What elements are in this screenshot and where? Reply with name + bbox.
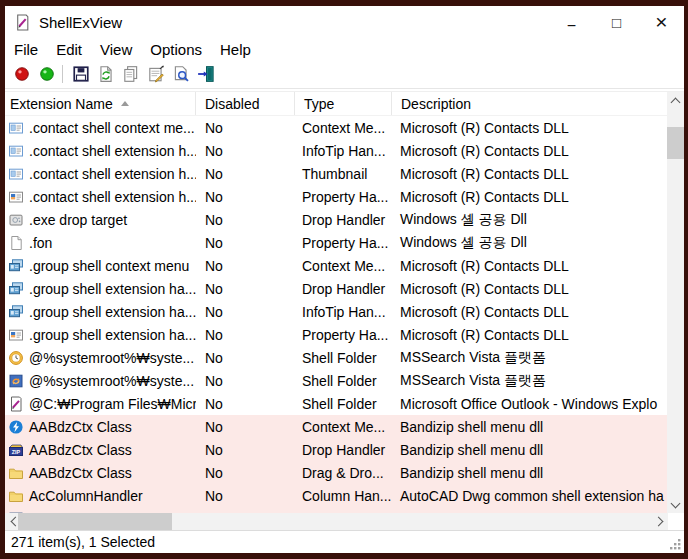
type-cell: Drop Handler <box>295 442 392 458</box>
extension-name-cell: .contact shell context me... <box>5 120 196 136</box>
scroll-down-arrow[interactable] <box>667 496 684 513</box>
type-cell: InfoTip Han... <box>295 143 392 159</box>
list-rows: .contact shell context me... No Context … <box>5 116 667 514</box>
horizontal-scroll-thumb[interactable] <box>18 513 172 530</box>
column-header-extension-name[interactable]: Extension Name <box>5 92 196 115</box>
type-cell: Drag & Dro... <box>295 465 392 481</box>
shellexview-window: ShellExView − □ × FileEditViewOptionsHel… <box>5 6 684 553</box>
maximize-button[interactable]: □ <box>594 6 639 38</box>
table-row[interactable]: .contact shell extension h... No Thumbna… <box>5 162 667 185</box>
red-ball-icon <box>13 65 31 83</box>
column-header-description[interactable]: Description <box>392 92 667 115</box>
extension-name-cell: .exe drop target <box>5 212 196 228</box>
extension-name-cell: .group shell extension ha... <box>5 281 196 297</box>
disabled-cell: No <box>196 373 295 389</box>
type-cell: Shell Folder <box>295 350 392 366</box>
enable-selected-button[interactable] <box>34 62 59 87</box>
find-button[interactable] <box>168 62 193 87</box>
column-header-label: Description <box>401 96 471 112</box>
title-bar: ShellExView − □ × <box>5 6 684 38</box>
minimize-button[interactable]: − <box>549 6 594 42</box>
extension-name: AABdzCtx Class <box>29 442 132 458</box>
clock-icon <box>8 350 24 366</box>
app-icon <box>14 14 31 31</box>
extension-name: .group shell extension ha... <box>29 304 196 320</box>
table-row[interactable]: .group shell extension ha... No Property… <box>5 323 667 346</box>
exe-handler-icon <box>8 212 24 228</box>
column-header-label: Disabled <box>205 96 259 112</box>
resize-grip-icon[interactable] <box>669 538 682 551</box>
description-cell: Bandizip shell menu dll <box>392 465 667 481</box>
extension-name-cell: AABdzCtx Class <box>5 465 196 481</box>
table-row[interactable]: .contact shell extension h... No InfoTip… <box>5 139 667 162</box>
extension-list: Extension Name Disabled Type Description… <box>5 91 684 513</box>
copy-button[interactable] <box>118 62 143 87</box>
type-cell: Thumbnail <box>295 166 392 182</box>
zip-archive-icon <box>8 442 24 458</box>
type-cell: Shell Folder <box>295 373 392 389</box>
description-cell: Microsoft (R) Contacts DLL <box>392 143 667 159</box>
menu-view[interactable]: View <box>91 38 141 60</box>
disabled-cell: No <box>196 396 295 412</box>
description-cell: Microsoft (R) Contacts DLL <box>392 258 667 274</box>
properties-button[interactable] <box>143 62 168 87</box>
vertical-scroll-thumb[interactable] <box>667 127 684 159</box>
save-button[interactable] <box>68 62 93 87</box>
table-row[interactable]: .group shell context menu No Context Me.… <box>5 254 667 277</box>
refresh-button[interactable] <box>93 62 118 87</box>
table-row[interactable]: AABdzCtx Class No Context Me... Bandizip… <box>5 415 667 438</box>
bandizip-icon <box>8 419 24 435</box>
table-row[interactable]: .group shell extension ha... No Drop Han… <box>5 277 667 300</box>
extension-name-cell: .contact shell extension h... <box>5 166 196 182</box>
disable-selected-button[interactable] <box>9 62 34 87</box>
description-cell: Windows 셸 공용 Dll <box>392 211 667 229</box>
table-row[interactable]: @%systemroot%₩syste... No Shell Folder M… <box>5 369 667 392</box>
extension-name: .exe drop target <box>29 212 127 228</box>
extension-name-cell: .group shell extension ha... <box>5 327 196 343</box>
table-row[interactable]: AABdzCtx Class No Drop Handler Bandizip … <box>5 438 667 461</box>
type-cell: Property Ha... <box>295 235 392 251</box>
pen-page-icon <box>8 396 24 412</box>
extension-name-cell: .group shell context menu <box>5 258 196 274</box>
table-row[interactable]: @%systemroot%₩syste... No Shell Folder M… <box>5 346 667 369</box>
close-button[interactable]: × <box>639 6 684 38</box>
menu-file[interactable]: File <box>5 38 47 60</box>
scroll-right-arrow[interactable] <box>651 513 668 530</box>
status-bar: 271 item(s), 1 Selected <box>5 530 684 553</box>
description-cell: Microsoft Office Outlook - Windows Explo <box>392 396 667 412</box>
table-row[interactable]: AABdzCtx Class No Drag & Dro... Bandizip… <box>5 461 667 484</box>
disabled-cell: No <box>196 212 295 228</box>
menu-edit[interactable]: Edit <box>47 38 91 60</box>
status-text: 271 item(s), 1 Selected <box>11 534 155 550</box>
table-row[interactable]: .exe drop target No Drop Handler Windows… <box>5 208 667 231</box>
vertical-scrollbar[interactable] <box>667 92 684 513</box>
table-row[interactable]: @C:₩Program Files₩Micr... No Shell Folde… <box>5 392 667 415</box>
sync-icon <box>8 373 24 389</box>
extension-name: AABdzCtx Class <box>29 419 132 435</box>
exit-button[interactable] <box>193 62 218 87</box>
table-row[interactable]: .fon No Property Ha... Windows 셸 공용 Dll <box>5 231 667 254</box>
scroll-up-arrow[interactable] <box>667 92 684 109</box>
menu-help[interactable]: Help <box>211 38 260 60</box>
disabled-cell: No <box>196 235 295 251</box>
type-cell: Shell Folder <box>295 396 392 412</box>
column-header-disabled[interactable]: Disabled <box>196 92 295 115</box>
disabled-cell: No <box>196 258 295 274</box>
menu-options[interactable]: Options <box>141 38 211 60</box>
group-cards-icon <box>8 258 24 274</box>
extension-name: .contact shell extension h... <box>29 166 196 182</box>
table-row[interactable]: .group shell extension ha... No InfoTip … <box>5 300 667 323</box>
description-cell: Microsoft (R) Contacts DLL <box>392 281 667 297</box>
description-cell: AutoCAD Dwg common shell extension ha <box>392 488 667 504</box>
green-ball-icon <box>38 65 56 83</box>
extension-name-cell: @C:₩Program Files₩Micr... <box>5 396 196 412</box>
table-row[interactable]: .contact shell extension h... No Propert… <box>5 185 667 208</box>
table-row[interactable]: AcColumnHandler No Column Han... AutoCAD… <box>5 484 667 507</box>
find-icon <box>172 65 190 83</box>
horizontal-scrollbar[interactable] <box>5 513 668 530</box>
extension-name: .contact shell context me... <box>29 120 195 136</box>
column-header-type[interactable]: Type <box>295 92 392 115</box>
extension-name: AABdzCtx Class <box>29 465 132 481</box>
chevron-right-icon <box>653 517 663 527</box>
table-row[interactable]: .contact shell context me... No Context … <box>5 116 667 139</box>
